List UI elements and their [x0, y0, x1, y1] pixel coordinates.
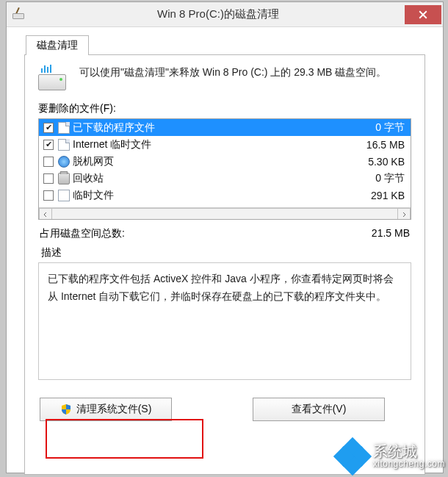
file-name: Internet 临时文件	[73, 138, 342, 151]
clean-system-files-button[interactable]: 清理系统文件(S)	[40, 398, 172, 421]
total-label: 占用磁盘空间总数:	[40, 227, 329, 240]
page-icon	[58, 122, 70, 134]
scroll-right-button[interactable]	[397, 208, 411, 220]
description-text: 已下载的程序文件包括 ActiveX 控件和 Java 小程序，你查看特定网页时…	[48, 273, 394, 302]
file-checkbox[interactable]	[43, 190, 54, 201]
total-value: 21.5 MB	[329, 227, 410, 240]
globe-icon	[58, 156, 70, 168]
file-row[interactable]: 脱机网页5.30 KB	[39, 153, 411, 170]
view-files-button[interactable]: 查看文件(V)	[253, 398, 385, 421]
window: Win 8 Pro(C:)的磁盘清理 磁盘清理 可以使用"磁盘清理"来释放 Wi…	[6, 1, 444, 473]
window-body: 磁盘清理 可以使用"磁盘清理"来释放 Win 8 Pro (C:) 上的 29.…	[7, 27, 443, 473]
file-size: 0 字节	[342, 172, 408, 185]
file-name: 已下载的程序文件	[73, 121, 342, 135]
close-icon	[419, 10, 427, 19]
horizontal-scrollbar[interactable]	[39, 207, 411, 220]
file-row[interactable]: Internet 临时文件16.5 MB	[39, 136, 411, 153]
file-name: 临时文件	[73, 189, 342, 202]
file-row[interactable]: 已下载的程序文件0 字节	[39, 119, 411, 136]
file-size: 5.30 KB	[342, 156, 408, 168]
bin-icon	[58, 173, 70, 184]
file-size: 0 字节	[342, 121, 408, 135]
scroll-track[interactable]	[52, 208, 397, 220]
scroll-left-button[interactable]	[39, 208, 52, 220]
file-name: 回收站	[73, 172, 342, 185]
description-label: 描述	[41, 246, 411, 259]
titlebar[interactable]: Win 8 Pro(C:)的磁盘清理	[7, 2, 443, 27]
window-title: Win 8 Pro(C:)的磁盘清理	[32, 7, 405, 21]
tab-disk-cleanup[interactable]: 磁盘清理	[26, 35, 89, 55]
page-icon	[58, 139, 70, 151]
close-button[interactable]	[405, 5, 441, 24]
file-row[interactable]: 临时文件291 KB	[39, 187, 411, 204]
file-row[interactable]: 回收站0 字节	[39, 170, 411, 187]
file-size: 16.5 MB	[342, 139, 408, 151]
file-size: 291 KB	[342, 190, 408, 201]
tab-panel: 可以使用"磁盘清理"来释放 Win 8 Pro (C:) 上的 29.3 MB …	[24, 54, 425, 475]
file-checkbox[interactable]	[43, 157, 54, 167]
intro-text: 可以使用"磁盘清理"来释放 Win 8 Pro (C:) 上的 29.3 MB …	[79, 64, 386, 95]
drive-cleanup-icon	[38, 64, 71, 95]
files-listbox[interactable]: 已下载的程序文件0 字节Internet 临时文件16.5 MB脱机网页5.30…	[38, 118, 411, 220]
file-icon	[58, 190, 70, 201]
file-checkbox[interactable]	[43, 140, 54, 150]
view-files-label: 查看文件(V)	[292, 403, 347, 416]
uac-shield-icon	[60, 404, 72, 415]
clean-system-files-label: 清理系统文件(S)	[76, 403, 152, 416]
description-box: 已下载的程序文件包括 ActiveX 控件和 Java 小程序，你查看特定网页时…	[38, 262, 411, 380]
file-checkbox[interactable]	[43, 173, 54, 184]
tabstrip: 磁盘清理	[26, 35, 425, 54]
disk-cleanup-icon	[11, 7, 27, 22]
file-name: 脱机网页	[73, 155, 342, 168]
file-checkbox[interactable]	[43, 123, 54, 133]
files-to-delete-label: 要删除的文件(F):	[38, 102, 411, 115]
